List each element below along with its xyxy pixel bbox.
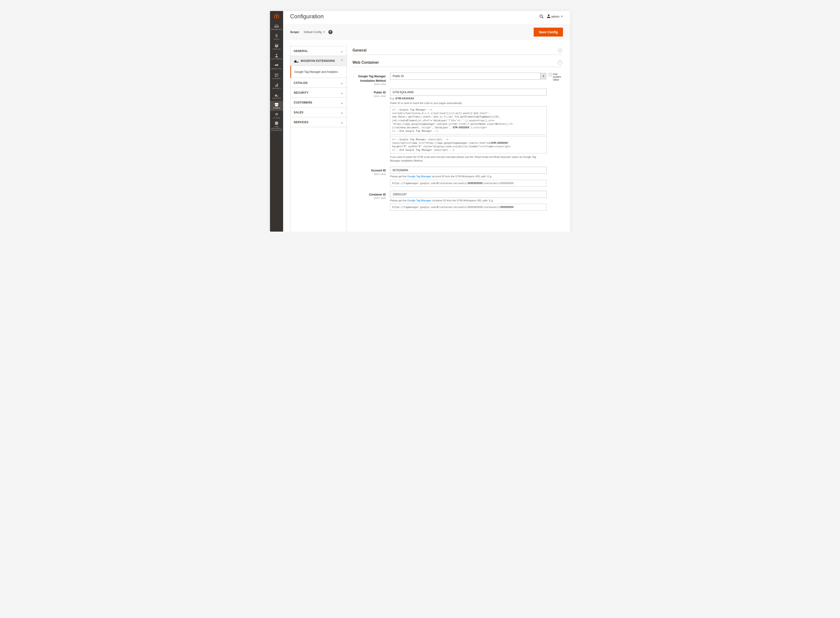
- page-title: Configuration: [290, 13, 539, 20]
- nav-marketing[interactable]: MARKETING: [270, 62, 283, 71]
- nav-content[interactable]: CONTENT: [270, 71, 283, 81]
- section-general[interactable]: General ⌄: [353, 46, 562, 55]
- admin-sidebar: DASHBOARD $SALES CATALOG CUSTOMERS MARKE…: [270, 11, 283, 232]
- public-id-label: Public ID: [374, 91, 386, 94]
- chevron-down-icon: ▼: [561, 15, 563, 18]
- nav-customers[interactable]: CUSTOMERS: [270, 52, 283, 62]
- form-area: General ⌄ Web Container ⌃ Google Tag Man…: [353, 46, 563, 232]
- gauge-icon: [274, 24, 279, 28]
- topbar: Configuration admin ▼: [283, 11, 570, 22]
- svg-rect-1: [275, 74, 278, 77]
- public-id-hint-2: Public ID is used to insert the code to …: [390, 101, 547, 105]
- magefan-icon: [274, 93, 279, 97]
- container-id-input[interactable]: [390, 191, 547, 198]
- svg-rect-5: [276, 84, 277, 87]
- tab-sales[interactable]: SALES⌄: [290, 107, 347, 117]
- svg-point-7: [540, 15, 542, 17]
- account-id-code: https://tagmanager.google.com/#/containe…: [390, 180, 547, 187]
- svg-rect-4: [275, 85, 276, 87]
- gear-icon: [275, 112, 279, 117]
- gtm-noscript-code: <!-- Google Tag Manager (noscript) --> <…: [390, 136, 547, 154]
- gtm-link[interactable]: Google Tag Manager: [407, 175, 431, 178]
- nav-magefan[interactable]: MAGEFAN: [270, 91, 283, 101]
- person-icon: [275, 53, 278, 58]
- account-id-hint: Please get the Google Tag Manager accoun…: [390, 175, 547, 178]
- main-content: Configuration admin ▼ Scope: Default Con…: [283, 11, 570, 232]
- chevron-up-icon: ⌃: [341, 59, 343, 63]
- gtm-script-code: <!-- Google Tag Manager --> <script>(fun…: [390, 106, 547, 135]
- tab-catalog[interactable]: CATALOG⌄: [290, 78, 347, 88]
- user-icon: [547, 14, 550, 19]
- install-method-select[interactable]: Public ID: [390, 73, 547, 80]
- section-title: Web Container: [353, 61, 558, 65]
- svg-point-9: [548, 14, 550, 16]
- gtm-link[interactable]: Google Tag Manager: [407, 199, 431, 202]
- dollar-icon: $: [276, 34, 277, 38]
- scope-bar: Scope: Default Config▼ ? Save Config: [283, 25, 570, 39]
- nav-partners[interactable]: FIND PARTNERS & EXTENSIONS: [270, 120, 283, 132]
- account-id-label: Account ID: [371, 169, 386, 172]
- megaphone-icon: [275, 63, 279, 67]
- public-id-hint-3: If you want to paste the GTM script and …: [390, 155, 547, 162]
- nav-sales[interactable]: $SALES: [270, 32, 283, 42]
- scope-selector[interactable]: Default Config▼: [304, 30, 325, 34]
- store-icon: [275, 103, 279, 107]
- public-id-input[interactable]: [390, 89, 547, 96]
- tab-magefan-extensions[interactable]: MAGEFAN EXTENSIONS⌃: [290, 56, 347, 66]
- user-menu[interactable]: admin ▼: [547, 14, 563, 19]
- tab-customers[interactable]: CUSTOMERS⌄: [290, 98, 347, 107]
- nav-dashboard[interactable]: DASHBOARD: [270, 22, 283, 32]
- magento-logo[interactable]: [270, 11, 283, 22]
- install-method-label: Google Tag Manager Installation Method: [358, 75, 386, 82]
- section-title: General: [353, 48, 558, 52]
- nav-stores[interactable]: STORES: [270, 101, 283, 111]
- chevron-down-icon: ⌄: [341, 110, 343, 114]
- config-tabs: GENERAL⌄ MAGEFAN EXTENSIONS⌃ Google Tag …: [290, 46, 347, 232]
- help-icon[interactable]: ?: [328, 30, 332, 34]
- expand-icon[interactable]: ⌃: [558, 61, 562, 65]
- tab-gtm-analytics[interactable]: Google Tag Manager and Analytics: [290, 66, 347, 78]
- user-label: admin: [551, 15, 560, 18]
- nav-catalog[interactable]: CATALOG: [270, 42, 283, 52]
- layout-icon: [275, 73, 278, 77]
- chevron-down-icon: ▼: [323, 31, 325, 33]
- collapse-icon[interactable]: ⌄: [558, 48, 562, 52]
- search-icon[interactable]: [539, 14, 544, 18]
- chevron-down-icon: ⌄: [341, 49, 343, 53]
- tab-security[interactable]: SECURITY⌄: [290, 88, 347, 98]
- chevron-down-icon: ⌄: [341, 91, 343, 95]
- save-config-button[interactable]: Save Config: [534, 28, 563, 37]
- use-system-value-checkbox[interactable]: Use system value: [549, 73, 562, 81]
- section-web-container[interactable]: Web Container ⌃: [353, 58, 562, 67]
- partners-icon: [275, 121, 279, 125]
- box-icon: [275, 43, 279, 48]
- chevron-down-icon: ⌄: [341, 101, 343, 104]
- chevron-down-icon: ⌄: [341, 120, 343, 124]
- chevron-down-icon: ⌄: [341, 81, 343, 85]
- tab-services[interactable]: SERVICES⌄: [290, 117, 347, 127]
- svg-rect-6: [277, 83, 278, 87]
- svg-line-8: [542, 17, 543, 18]
- magefan-icon: [294, 58, 299, 64]
- chart-icon: [275, 83, 278, 87]
- nav-system[interactable]: SYSTEM: [270, 111, 283, 120]
- scope-label: Scope:: [290, 30, 299, 34]
- container-id-code: https://tagmanager.google.com/#/containe…: [390, 204, 547, 211]
- svg-point-0: [276, 54, 277, 55]
- nav-reports[interactable]: REPORTS: [270, 81, 283, 91]
- container-id-label: Container ID: [369, 193, 386, 196]
- public-id-hint-1: E.g. GTM-XXXXXXX: [390, 97, 547, 100]
- account-id-input[interactable]: [390, 167, 547, 174]
- container-id-hint: Please get the Google Tag Manager contai…: [390, 199, 547, 202]
- tab-general[interactable]: GENERAL⌄: [290, 46, 347, 56]
